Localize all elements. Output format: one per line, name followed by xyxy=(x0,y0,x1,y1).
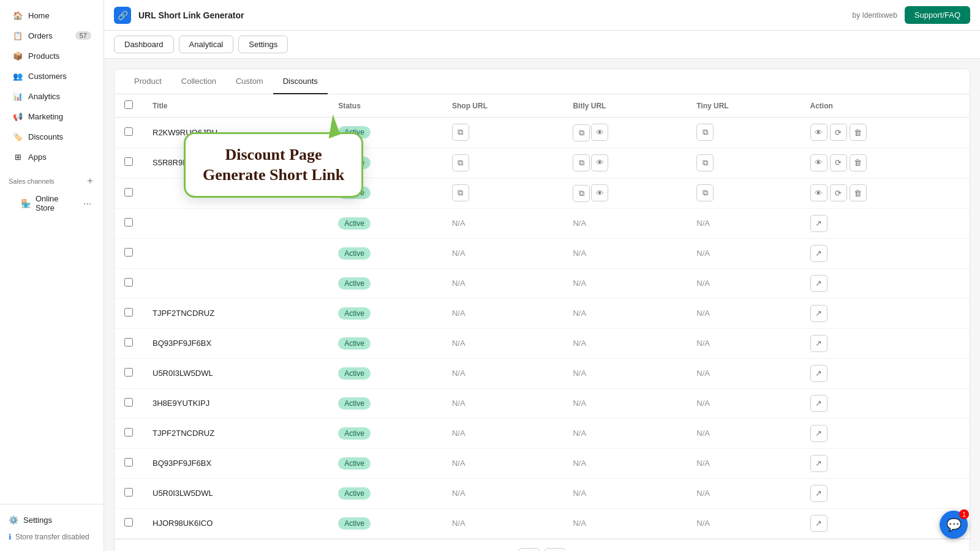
prev-page-button[interactable]: ← xyxy=(519,548,540,552)
external-link-button[interactable]: ↗ xyxy=(810,305,827,322)
row-checkbox[interactable] xyxy=(124,518,133,527)
view-action-button[interactable]: 👁 xyxy=(810,124,827,141)
table-row: BQ93PF9JF6BXActiveN/AN/AN/A↗ xyxy=(115,328,970,358)
copy-shop-url-button[interactable]: ⧉ xyxy=(452,184,469,201)
refresh-action-button[interactable]: ⟳ xyxy=(830,154,847,171)
delete-action-button[interactable]: 🗑 xyxy=(850,154,867,171)
analytical-button[interactable]: Analytical xyxy=(179,36,234,53)
row-checkbox[interactable] xyxy=(124,188,133,197)
copy-shop-url-button[interactable]: ⧉ xyxy=(452,154,469,171)
chat-icon: 💬 xyxy=(946,517,962,532)
row-status: Active xyxy=(328,328,442,358)
sidebar-item-online-store[interactable]: 🏪 Online Store ⋯ xyxy=(4,190,100,216)
chat-bubble[interactable]: 💬 1 xyxy=(940,511,968,539)
online-store-expand-icon[interactable]: ⋯ xyxy=(83,199,91,208)
sidebar-item-apps[interactable]: ⊞ Apps xyxy=(4,147,100,167)
sidebar-item-label: Customers xyxy=(28,72,67,81)
copy-tiny-url-button[interactable]: ⧉ xyxy=(696,154,714,171)
sidebar-item-settings[interactable]: ⚙️ Settings xyxy=(0,511,104,529)
row-status: Active xyxy=(328,118,442,148)
copy-shop-url-button[interactable]: ⧉ xyxy=(452,124,469,141)
row-checkbox[interactable] xyxy=(124,488,133,497)
refresh-action-button[interactable]: ⟳ xyxy=(830,184,847,201)
row-shop-url: N/A xyxy=(442,208,563,238)
row-checkbox[interactable] xyxy=(124,218,133,227)
external-link-button[interactable]: ↗ xyxy=(810,215,827,232)
refresh-action-button[interactable]: ⟳ xyxy=(830,124,847,141)
sidebar-item-orders[interactable]: 📋 Orders 57 xyxy=(4,26,100,45)
row-checkbox[interactable] xyxy=(124,127,133,136)
row-checkbox[interactable] xyxy=(124,368,133,377)
copy-tiny-url-button[interactable]: ⧉ xyxy=(696,184,714,201)
tab-discounts[interactable]: Discounts xyxy=(273,69,328,94)
add-sales-channel-icon[interactable]: ＋ xyxy=(85,174,95,187)
external-link-button[interactable]: ↗ xyxy=(810,455,827,472)
row-checkbox[interactable] xyxy=(124,248,133,257)
row-checkbox[interactable] xyxy=(124,308,133,317)
row-action: ↗ xyxy=(801,388,970,418)
row-tiny-url: N/A xyxy=(687,268,800,298)
chat-notification-badge: 1 xyxy=(959,509,969,519)
sidebar-item-home[interactable]: 🏠 Home xyxy=(4,6,100,25)
table-container: Title Status Shop URL Bitly URL Tiny URL… xyxy=(115,94,970,539)
external-link-button[interactable]: ↗ xyxy=(810,485,827,502)
next-page-button[interactable]: → xyxy=(545,548,565,552)
row-status: Active xyxy=(328,208,442,238)
sidebar-item-analytics[interactable]: 📊 Analytics xyxy=(4,86,100,106)
row-bitly-url: N/A xyxy=(563,478,687,508)
apps-icon: ⊞ xyxy=(12,151,23,162)
home-icon: 🏠 xyxy=(12,10,23,21)
row-checkbox[interactable] xyxy=(124,278,133,287)
sidebar-sub-item-label: Online Store xyxy=(36,194,78,212)
delete-action-button[interactable]: 🗑 xyxy=(850,124,867,141)
tab-custom[interactable]: Custom xyxy=(226,69,273,94)
select-all-checkbox[interactable] xyxy=(124,100,133,109)
copy-bitly-url-button[interactable]: ⧉ xyxy=(573,154,590,171)
tab-collection[interactable]: Collection xyxy=(172,69,226,94)
view-bitly-url-button[interactable]: 👁 xyxy=(591,124,608,141)
view-action-button[interactable]: 👁 xyxy=(810,184,827,201)
status-badge: Active xyxy=(338,367,371,380)
external-link-button[interactable]: ↗ xyxy=(810,395,827,412)
external-link-button[interactable]: ↗ xyxy=(810,365,827,382)
external-link-button[interactable]: ↗ xyxy=(810,425,827,442)
sidebar-item-products[interactable]: 📦 Products xyxy=(4,46,100,66)
row-checkbox[interactable] xyxy=(124,338,133,347)
delete-action-button[interactable]: 🗑 xyxy=(850,184,867,201)
external-link-button[interactable]: ↗ xyxy=(810,275,827,292)
row-checkbox[interactable] xyxy=(124,428,133,437)
external-link-button[interactable]: ↗ xyxy=(810,335,827,352)
sidebar-item-discounts[interactable]: 🏷️ Discounts xyxy=(4,127,100,146)
table-row: ActiveN/AN/AN/A↗ xyxy=(115,268,970,298)
row-title: BQ93PF9JF6BX xyxy=(143,328,328,358)
row-title: HJOR98UK6ICO xyxy=(143,508,328,538)
sales-channels-section: Sales channels ＋ xyxy=(0,167,104,190)
table-row: ActiveN/AN/AN/A↗ xyxy=(115,208,970,238)
view-action-button[interactable]: 👁 xyxy=(810,154,827,171)
na-text: N/A xyxy=(573,279,586,288)
row-checkbox[interactable] xyxy=(124,157,133,166)
external-link-button[interactable]: ↗ xyxy=(810,245,827,262)
settings-button[interactable]: Settings xyxy=(238,36,288,53)
table-row: 3H8E9YUTKIPJActiveN/AN/AN/A↗ xyxy=(115,388,970,418)
row-tiny-url: N/A xyxy=(687,298,800,328)
row-shop-url: ⧉ xyxy=(442,118,563,148)
sidebar-item-marketing[interactable]: 📢 Marketing xyxy=(4,107,100,126)
view-bitly-url-button[interactable]: 👁 xyxy=(591,184,608,201)
copy-bitly-url-button[interactable]: ⧉ xyxy=(573,124,590,141)
sidebar-item-customers[interactable]: 👥 Customers xyxy=(4,66,100,86)
external-link-button[interactable]: ↗ xyxy=(810,515,827,532)
dashboard-button[interactable]: Dashboard xyxy=(114,36,174,53)
copy-tiny-url-button[interactable]: ⧉ xyxy=(696,124,714,141)
row-bitly-url: N/A xyxy=(563,418,687,448)
row-tiny-url: ⧉ xyxy=(687,148,800,178)
view-bitly-url-button[interactable]: 👁 xyxy=(591,154,608,171)
copy-bitly-url-button[interactable]: ⧉ xyxy=(573,185,590,202)
tab-product[interactable]: Product xyxy=(124,69,172,94)
row-bitly-url: N/A xyxy=(563,328,687,358)
row-tiny-url: N/A xyxy=(687,418,800,448)
row-checkbox[interactable] xyxy=(124,458,133,467)
status-badge: Active xyxy=(338,397,371,410)
support-faq-button[interactable]: Support/FAQ xyxy=(905,6,970,24)
row-checkbox[interactable] xyxy=(124,398,133,407)
